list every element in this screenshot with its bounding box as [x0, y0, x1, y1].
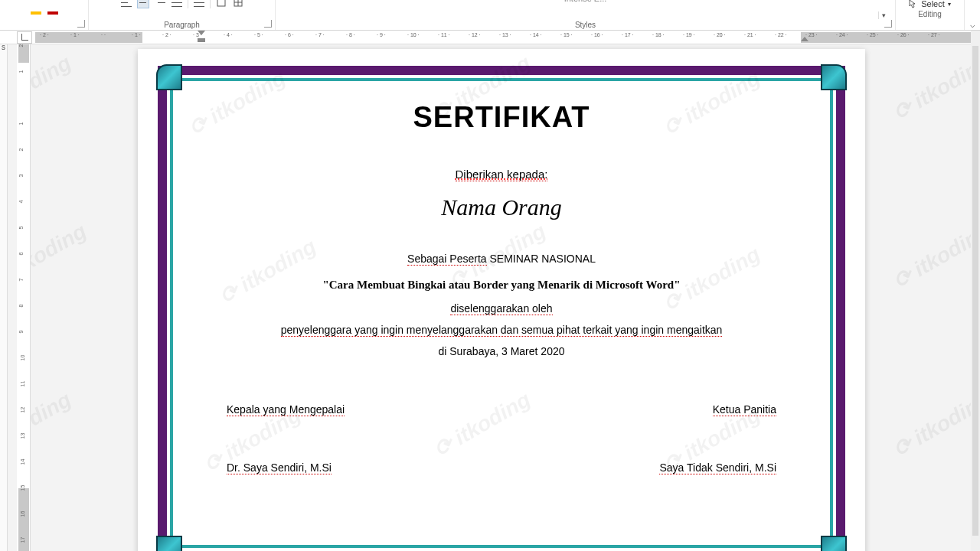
- styles-label: Styles: [575, 21, 596, 29]
- signatures-row: Kepala yang Mengepalai Dr. Saya Sendiri,…: [173, 403, 830, 474]
- styles-expand-icon[interactable]: ▾: [878, 11, 889, 19]
- align-center-icon[interactable]: [137, 0, 149, 8]
- given-to-text[interactable]: Diberikan kepada:: [173, 168, 830, 181]
- sig-right-name[interactable]: Saya Tidak Sendiri, M.Si: [659, 461, 776, 474]
- ribbon: Paragraph Normal No Spaci... Heading 1 H…: [0, 0, 980, 31]
- font-color-highlight-icon[interactable]: [30, 7, 42, 19]
- certificate-title[interactable]: SERTIFIKAT: [173, 101, 830, 134]
- certificate-content[interactable]: SERTIFIKAT Diberikan kepada: Nama Orang …: [173, 84, 830, 534]
- paragraph-section: Paragraph: [89, 0, 276, 30]
- page[interactable]: SERTIFIKAT Diberikan kepada: Nama Orang …: [138, 49, 865, 551]
- recipient-name[interactable]: Nama Orang: [173, 194, 830, 220]
- align-left-icon[interactable]: [120, 0, 132, 8]
- watermark: ⟳ itkoding: [31, 386, 76, 461]
- select-label: Select: [921, 0, 945, 8]
- line-spacing-icon[interactable]: [193, 0, 205, 8]
- signature-right[interactable]: Ketua Panitia Saya Tidak Sendiri, M.Si: [659, 403, 776, 474]
- vertical-scrollbar[interactable]: [971, 31, 980, 551]
- tab-selector[interactable]: [17, 31, 32, 44]
- nav-pane-edge: s: [0, 31, 8, 551]
- sig-left-title[interactable]: Kepala yang Mengepalai: [227, 403, 345, 416]
- editing-label: Editing: [918, 8, 942, 19]
- location-line[interactable]: di Surabaya, 3 Maret 2020: [173, 345, 830, 357]
- font-launcher[interactable]: [77, 20, 85, 28]
- styles-section: Normal No Spaci... Heading 1 Heading 2 T…: [276, 0, 896, 30]
- font-section-partial: [0, 0, 89, 30]
- document-area[interactable]: SERTIFIKAT Diberikan kepada: Nama Orang …: [31, 44, 971, 551]
- participant-line[interactable]: Sebagai Peserta SEMINAR NASIONAL: [173, 253, 830, 265]
- cursor-icon: [909, 0, 918, 8]
- sig-right-title[interactable]: Ketua Panitia: [713, 403, 776, 416]
- watermark: ⟳ itkoding: [889, 218, 971, 293]
- font-color-icon[interactable]: [47, 7, 59, 19]
- scrollbar-thumb[interactable]: [972, 46, 978, 536]
- organizer-line[interactable]: penyelenggara yang ingin menyelanggaraka…: [173, 324, 830, 336]
- svg-rect-0: [217, 0, 225, 6]
- paragraph-label: Paragraph: [164, 19, 200, 30]
- collapse-ribbon-icon[interactable]: ⌵: [965, 20, 980, 30]
- paragraph-launcher[interactable]: [264, 20, 272, 28]
- ruler-horizontal[interactable]: · 2 ·· 1 ·· ·· 1 ·· 2 ·· 3 ·· 4 ·· 5 ·· …: [0, 31, 980, 44]
- seminar-title[interactable]: "Cara Membuat Bingkai atau Border yang M…: [173, 279, 830, 292]
- select-button[interactable]: Select ▾: [909, 0, 951, 8]
- watermark: ⟳ itkoding: [889, 50, 971, 125]
- style-intense[interactable]: Intense E...: [557, 0, 614, 5]
- borders-icon[interactable]: [232, 0, 244, 8]
- shading-icon[interactable]: [215, 0, 227, 8]
- watermark: ⟳ itkoding: [31, 218, 91, 293]
- signature-left[interactable]: Kepala yang Mengepalai Dr. Saya Sendiri,…: [227, 403, 345, 474]
- organized-by[interactable]: diselenggarakan oleh: [173, 302, 830, 315]
- align-right-icon[interactable]: [154, 0, 166, 8]
- ruler-vertical[interactable]: 21123456789101112131415161718: [17, 44, 31, 551]
- corner-ornament: [156, 536, 182, 551]
- sig-left-name[interactable]: Dr. Saya Sendiri, M.Si: [227, 461, 332, 474]
- watermark: ⟳ itkoding: [889, 386, 971, 461]
- editing-section: Select ▾ Editing: [896, 0, 965, 30]
- chevron-down-icon: ▾: [948, 1, 951, 8]
- align-justify-icon[interactable]: [171, 0, 183, 8]
- watermark: ⟳ itkoding: [31, 50, 76, 125]
- corner-ornament: [821, 536, 847, 551]
- styles-launcher[interactable]: [884, 20, 892, 28]
